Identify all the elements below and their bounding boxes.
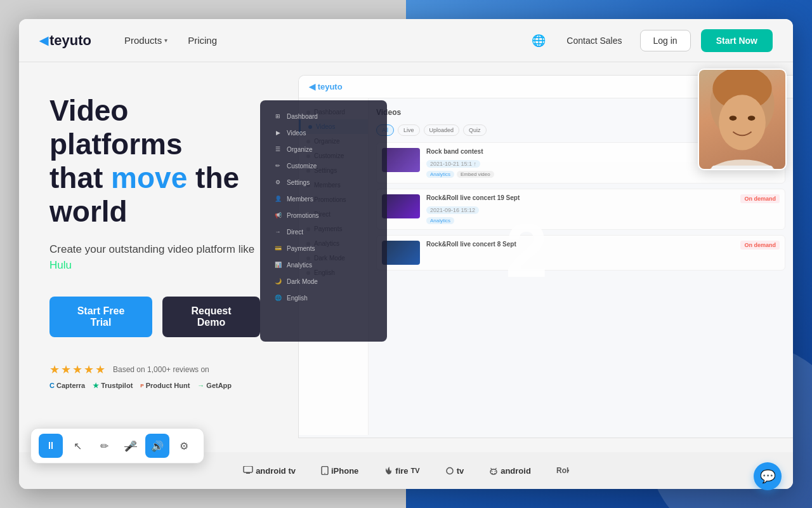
logo-arrow-icon: ◀ — [39, 34, 48, 48]
filter-quiz[interactable]: Quiz — [463, 124, 487, 136]
svg-line-16 — [495, 468, 497, 469]
video-card-3[interactable]: Rock&Roll live concert 8 Sept On demand — [376, 235, 785, 271]
dashboard-logo-arrow: ◀ — [309, 82, 315, 91]
mic-mute-button[interactable]: 🎤 — [119, 434, 143, 458]
avatar-image — [699, 70, 785, 169]
content-area: Video platforms that move the world Crea… — [19, 62, 793, 489]
svg-rect-8 — [246, 472, 250, 474]
getapp-logo[interactable]: → GetApp — [197, 382, 232, 389]
svg-point-4 — [748, 116, 756, 121]
hero-title: Video platforms that move the world — [49, 94, 260, 229]
hero-title-line2: that move the — [49, 161, 239, 194]
pen-button[interactable]: ✏ — [92, 434, 116, 458]
star-rating: ★ ★ ★ ★ ★ — [49, 363, 105, 377]
avatar-card — [698, 69, 787, 170]
login-button[interactable]: Log in — [640, 30, 691, 51]
capterra-icon: C — [49, 382, 55, 389]
cursor-button[interactable]: ↖ — [65, 434, 89, 458]
dashboard-logo-text: teyuto — [318, 82, 343, 91]
iphone-icon — [321, 466, 329, 475]
start-free-trial-button[interactable]: Start Free Trial — [49, 297, 152, 337]
platform-android-tv: android tv — [243, 466, 296, 476]
request-demo-button[interactable]: Request Demo — [162, 297, 260, 337]
roku-icon: Roku — [556, 466, 569, 475]
hero-title-after: the — [187, 161, 239, 194]
video-title-1: Rock band contest — [426, 148, 734, 155]
platform-android: android — [489, 466, 531, 476]
volume-button[interactable]: 🔊 — [145, 434, 169, 458]
video-date-1: 2021-10-21 15:1 ↑ — [426, 160, 480, 168]
dashboard-mockup: ◀ teyuto Dashboard Videos — [260, 62, 793, 438]
platform-apple-tv: tv — [445, 466, 464, 476]
video-tags-2: Analytics — [426, 217, 734, 224]
trustpilot-icon: ★ — [93, 382, 99, 390]
dashboard-logo: ◀ teyuto — [309, 82, 343, 91]
video-tag-analytics: Analytics — [426, 171, 454, 178]
svg-point-13 — [492, 471, 493, 472]
review-platform-logos: C Capterra ★ Trustpilot P Product Hunt →… — [49, 382, 260, 390]
video-title-2: Rock&Roll live concert 19 Sept — [426, 194, 734, 201]
chevron-down-icon: ▾ — [164, 37, 167, 44]
filter-live[interactable]: Live — [398, 124, 420, 136]
star-4: ★ — [84, 363, 94, 377]
reviews-text: Based on 1,000+ reviews on — [113, 365, 209, 374]
android-tv-icon — [243, 466, 253, 475]
stars-row: ★ ★ ★ ★ ★ Based on 1,000+ reviews on — [49, 363, 260, 377]
svg-point-12 — [490, 469, 497, 474]
trustpilot-logo[interactable]: ★ Trustpilot — [93, 382, 133, 390]
reviews-section: ★ ★ ★ ★ ★ Based on 1,000+ reviews on C C… — [49, 363, 260, 390]
hero-title-highlight: move — [111, 161, 187, 194]
video-thumbnail-1 — [382, 148, 420, 172]
video-title-3: Rock&Roll live concert 8 Sept — [426, 241, 734, 248]
video-card-2[interactable]: Rock&Roll live concert 19 Sept 2021-09-1… — [376, 189, 785, 230]
hulu-link[interactable]: Hulu — [49, 259, 72, 271]
big-number-overlay: 2 — [506, 206, 548, 294]
nav-products[interactable]: Products ▾ — [117, 30, 175, 51]
svg-point-2 — [719, 95, 766, 150]
chat-icon: 💬 — [760, 469, 776, 484]
pricing-label: Pricing — [188, 35, 217, 46]
settings-button[interactable]: ⚙ — [172, 434, 196, 458]
hero-subtitle: Create your outstanding video platform l… — [49, 241, 260, 274]
filter-uploaded[interactable]: Uploaded — [424, 124, 460, 136]
outer-frame: ◀ teyuto Products ▾ Pricing 🌐 Contact Sa… — [0, 0, 812, 508]
main-card: ◀ teyuto Products ▾ Pricing 🌐 Contact Sa… — [19, 19, 793, 489]
products-label: Products — [124, 35, 162, 46]
svg-text:Roku: Roku — [556, 466, 569, 475]
globe-icon[interactable]: 🌐 — [528, 30, 549, 51]
svg-point-10 — [324, 473, 325, 474]
logo[interactable]: ◀ teyuto — [39, 32, 91, 49]
nav-pricing[interactable]: Pricing — [180, 30, 225, 51]
avatar-svg — [699, 69, 785, 170]
svg-line-15 — [491, 468, 492, 469]
video-date-2: 2021-09-16 15:12 — [426, 206, 479, 214]
chat-bubble-button[interactable]: 💬 — [754, 462, 782, 490]
subtitle-text: Create your outstanding video platform l… — [49, 243, 254, 255]
pause-button[interactable]: ⏸ — [39, 434, 63, 458]
navbar: ◀ teyuto Products ▾ Pricing 🌐 Contact Sa… — [19, 19, 793, 62]
start-now-button[interactable]: Start Now — [701, 29, 773, 52]
capterra-logo[interactable]: C Capterra — [49, 382, 85, 389]
on-demand-badge-2: On demand — [740, 194, 780, 203]
hero-title-before: that — [49, 161, 111, 194]
svg-rect-6 — [711, 166, 773, 170]
contact-sales-link[interactable]: Contact Sales — [559, 30, 629, 51]
svg-point-3 — [730, 116, 737, 121]
apple-tv-icon — [445, 466, 454, 475]
video-thumbnail-3 — [382, 241, 420, 265]
producthunt-logo[interactable]: P Product Hunt — [140, 382, 190, 389]
star-3: ★ — [72, 363, 82, 377]
on-demand-badge-3: On demand — [740, 241, 780, 250]
svg-point-11 — [447, 468, 453, 474]
star-5: ★ — [95, 363, 105, 377]
nav-right: 🌐 Contact Sales Log in Start Now — [528, 29, 773, 52]
video-thumb-overlay-1 — [382, 148, 420, 172]
svg-point-14 — [495, 471, 496, 472]
platform-roku: Roku — [556, 466, 569, 475]
video-thumbnail-2 — [382, 194, 420, 218]
android-icon — [489, 466, 498, 475]
hero-section: Video platforms that move the world Crea… — [19, 62, 285, 489]
hero-title-line1: Video platforms — [49, 94, 183, 161]
video-info-2: Rock&Roll live concert 19 Sept 2021-09-1… — [426, 194, 734, 224]
video-tag-embed: Embed video — [457, 171, 494, 178]
